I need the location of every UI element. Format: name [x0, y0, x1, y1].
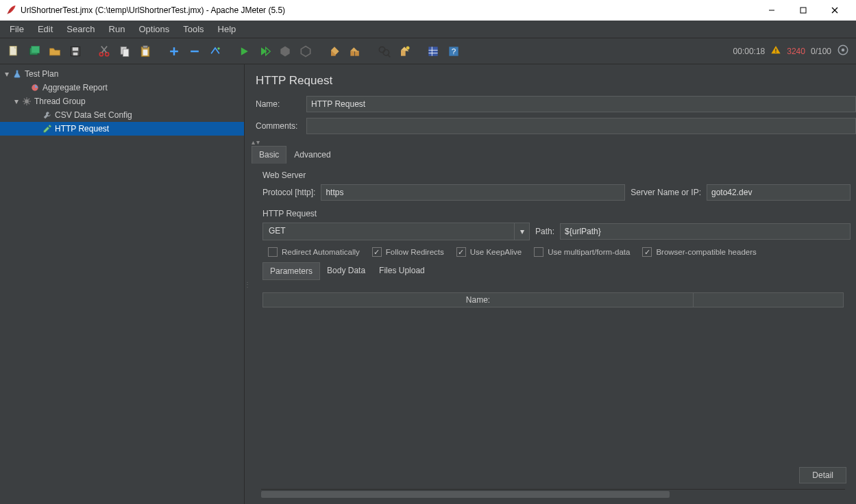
- protocol-label: Protocol [http]:: [262, 188, 315, 197]
- expand-button[interactable]: [164, 42, 184, 61]
- detail-button[interactable]: Detail: [799, 467, 846, 483]
- search-button[interactable]: [374, 42, 393, 61]
- copy-button[interactable]: [115, 42, 134, 61]
- method-select[interactable]: GET ▾: [262, 223, 530, 240]
- svg-point-11: [99, 52, 103, 55]
- chk-multipart[interactable]: Use multipart/form-data: [534, 247, 630, 257]
- svg-point-48: [25, 99, 29, 103]
- reset-search-button[interactable]: [395, 42, 414, 61]
- chevron-down-icon[interactable]: ▾: [514, 223, 529, 240]
- svg-line-55: [24, 103, 25, 104]
- svg-rect-43: [776, 49, 776, 51]
- collapse-button[interactable]: [185, 42, 204, 61]
- tree-http-request[interactable]: HTTP Request: [0, 122, 244, 136]
- comments-label: Comments:: [256, 121, 301, 131]
- cut-button[interactable]: [95, 42, 114, 61]
- help-button[interactable]: ?: [444, 42, 463, 61]
- wrench-icon: [41, 110, 53, 120]
- shutdown-button[interactable]: [296, 42, 315, 61]
- caret-down-icon[interactable]: ▾: [12, 97, 21, 106]
- toggle-button[interactable]: [206, 42, 225, 61]
- subtab-parameters[interactable]: Parameters: [262, 262, 320, 280]
- tab-basic[interactable]: Basic: [252, 146, 286, 164]
- scrollbar-thumb[interactable]: [261, 491, 670, 498]
- svg-line-34: [388, 55, 390, 57]
- svg-rect-10: [73, 52, 78, 55]
- warning-icon[interactable]: [770, 45, 781, 58]
- svg-rect-37: [428, 47, 437, 55]
- path-input[interactable]: [560, 223, 851, 240]
- path-label: Path:: [535, 227, 554, 236]
- main-split: ▾ Test Plan Aggregate Report ▾ Thread Gr…: [0, 64, 856, 504]
- tab-advanced[interactable]: Advanced: [286, 146, 338, 164]
- menu-help[interactable]: Help: [211, 22, 243, 36]
- save-button[interactable]: [66, 42, 85, 61]
- elapsed-time: 00:00:18: [733, 47, 766, 56]
- svg-rect-16: [123, 49, 129, 56]
- tree-aggregate-report[interactable]: Aggregate Report: [0, 81, 244, 94]
- window-close-button[interactable]: [819, 0, 851, 21]
- open-button[interactable]: [45, 42, 64, 61]
- subtab-files-upload[interactable]: Files Upload: [372, 262, 432, 280]
- subtab-body-data[interactable]: Body Data: [320, 262, 372, 280]
- window-minimize-button[interactable]: [756, 0, 787, 21]
- app-feather-icon: [5, 5, 16, 16]
- svg-marker-28: [301, 46, 310, 56]
- protocol-input[interactable]: [321, 184, 625, 201]
- new-button[interactable]: [4, 42, 23, 61]
- titlebar: UrlShortnerTest.jmx (C:\temp\UrlShortner…: [0, 0, 856, 21]
- test-plan-tree[interactable]: ▾ Test Plan Aggregate Report ▾ Thread Gr…: [0, 64, 245, 504]
- section-toggle-icon[interactable]: ▴▾: [250, 137, 856, 146]
- name-input[interactable]: [306, 96, 856, 112]
- svg-point-32: [379, 47, 384, 52]
- svg-rect-1: [800, 8, 806, 13]
- menu-file[interactable]: File: [3, 22, 31, 36]
- param-col-rest[interactable]: [694, 293, 843, 307]
- svg-line-53: [24, 99, 25, 100]
- parameters-table[interactable]: Name:: [262, 292, 844, 462]
- svg-rect-30: [350, 51, 354, 56]
- svg-point-12: [106, 52, 109, 55]
- svg-rect-7: [32, 46, 40, 53]
- paste-button[interactable]: [136, 42, 155, 61]
- chk-browser-headers[interactable]: Browser-compatible headers: [642, 247, 756, 257]
- chk-redirect-auto[interactable]: Redirect Automatically: [268, 247, 360, 257]
- gear-icon: [21, 97, 33, 106]
- start-no-timers-button[interactable]: [255, 42, 274, 61]
- http-request-group-label: HTTP Request: [256, 202, 851, 221]
- start-button[interactable]: [234, 42, 254, 61]
- tree-thread-group[interactable]: ▾ Thread Group: [0, 94, 244, 108]
- menu-run[interactable]: Run: [102, 22, 132, 36]
- clear-button[interactable]: [325, 42, 344, 61]
- active-threads: 0/100: [811, 47, 831, 56]
- function-helper-button[interactable]: [424, 42, 443, 61]
- server-input[interactable]: [707, 184, 851, 201]
- param-col-name[interactable]: Name:: [263, 293, 694, 307]
- name-label: Name:: [256, 99, 301, 109]
- chk-keepalive[interactable]: Use KeepAlive: [456, 247, 522, 257]
- tree-csv-config[interactable]: CSV Data Set Config: [0, 108, 244, 122]
- flask-icon: [11, 69, 23, 79]
- window-title: UrlShortnerTest.jmx (C:\temp\UrlShortner…: [21, 5, 285, 15]
- tree-test-plan[interactable]: ▾ Test Plan: [0, 67, 244, 81]
- stop-button[interactable]: [276, 42, 295, 61]
- svg-point-23: [217, 47, 219, 49]
- caret-down-icon[interactable]: ▾: [3, 69, 11, 79]
- window-maximize-button[interactable]: [787, 0, 819, 21]
- svg-marker-24: [241, 47, 248, 55]
- error-count: 3240: [787, 47, 805, 56]
- chk-follow-redirects[interactable]: Follow Redirects: [372, 247, 444, 257]
- menu-edit[interactable]: Edit: [31, 22, 60, 36]
- svg-rect-44: [776, 52, 776, 53]
- clear-all-button[interactable]: [345, 42, 365, 61]
- menu-search[interactable]: Search: [60, 22, 101, 36]
- menu-tools[interactable]: Tools: [176, 22, 210, 36]
- splitter-handle[interactable]: ⋮: [245, 64, 250, 504]
- templates-button[interactable]: [25, 42, 44, 61]
- svg-line-54: [28, 103, 29, 104]
- comments-input[interactable]: [306, 118, 856, 134]
- horizontal-scrollbar[interactable]: [261, 489, 845, 499]
- thread-status-icon: [837, 44, 849, 58]
- svg-line-56: [28, 99, 29, 100]
- menu-options[interactable]: Options: [132, 22, 176, 36]
